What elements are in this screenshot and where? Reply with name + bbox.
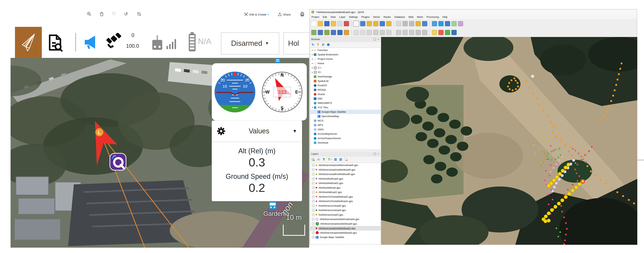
browser-item-wfs[interactable]: WFS <box>310 123 380 127</box>
layer-item-rtkfollow-20zetafieldload2-gps[interactable]: ✓rtkfollow%20zetafieldload2-gps <box>310 195 380 199</box>
filter-expression-icon[interactable] <box>328 158 332 161</box>
toolbar-icon-measure[interactable] <box>452 21 457 26</box>
toolbar-icon-data-source-manager[interactable] <box>311 30 316 35</box>
layer-item-freefielmanunoload5-gps[interactable]: ✓freefielmanunoload5-gps <box>310 204 380 208</box>
browser-item-openstreetmap[interactable]: OpenStreetMap <box>310 114 380 118</box>
toolbar-icon-delete-selected[interactable] <box>386 30 392 35</box>
layer-visibility-checkbox[interactable]: ✓ <box>312 227 315 230</box>
browser-item-project-home[interactable]: ▸⌂Project Home <box>310 57 380 61</box>
toolbar-icon-zoom-to-selection[interactable] <box>386 21 392 26</box>
toolbar-icon-zoom-to-layer[interactable] <box>396 21 401 26</box>
panel-float-icon[interactable] <box>374 38 376 40</box>
browser-collapse-icon[interactable] <box>322 43 325 46</box>
toolbar-icon-copy-features[interactable] <box>402 30 408 35</box>
browser-item-d-[interactable]: ▸D:\ <box>310 70 380 74</box>
menu-edit[interactable]: Edit <box>321 15 328 18</box>
menu-plugins[interactable]: Plugins <box>360 15 371 18</box>
toolbar-icon-new-bookmark[interactable] <box>416 21 421 26</box>
menu-database[interactable]: Database <box>392 15 407 18</box>
panel-close-icon[interactable]: × <box>377 153 380 155</box>
browser-item-geopackage[interactable]: GeoPackage <box>310 74 380 79</box>
toolbar-icon-style-manager[interactable] <box>344 21 349 26</box>
layer-visibility-checkbox[interactable]: ✓ <box>312 222 315 225</box>
toolbar-icon-save-project-as[interactable] <box>331 21 336 26</box>
menu-settings[interactable]: Settings <box>347 15 360 18</box>
tree-expand-icon[interactable]: ▸ <box>311 62 314 65</box>
browser-item-c-[interactable]: ▸C:\ <box>310 65 380 70</box>
delete-icon[interactable] <box>99 11 104 16</box>
crop-icon[interactable] <box>136 11 142 16</box>
gear-icon[interactable] <box>217 127 226 136</box>
layer-visibility-checkbox[interactable]: ✓ <box>312 204 315 207</box>
toolbar-icon-refresh-map[interactable] <box>438 21 444 26</box>
print-icon[interactable] <box>300 11 305 17</box>
browser-item-arcgismapserver[interactable]: ArcGisMapServer <box>310 132 380 136</box>
layer-visibility-checkbox[interactable]: ✓ <box>312 182 315 185</box>
menu-layer[interactable]: Layer <box>338 15 347 18</box>
toolbar-icon-plugin-manager[interactable] <box>438 30 444 35</box>
zoom-icon[interactable] <box>87 11 92 16</box>
browser-refresh-icon[interactable]: ↻ <box>312 43 314 47</box>
menu-raster[interactable]: Raster <box>382 15 392 18</box>
toolbar-icon-add-raster-layer[interactable] <box>344 30 349 35</box>
vehicle-icon[interactable] <box>110 153 126 170</box>
map-center-icon[interactable] <box>275 58 280 63</box>
toolbar-icon-zoom-next[interactable] <box>409 21 414 26</box>
browser-item-geonode[interactable]: GeoNode <box>310 141 380 145</box>
toolbar-icon-pan-to-selection[interactable] <box>360 21 365 26</box>
layer-item-freefielmanuload3-gps[interactable]: ✓freefielmanuload3-gps <box>310 213 380 217</box>
layer-item-rtkfollowfaltload-gps[interactable]: ✓rtkfollowfaltload-gps <box>310 186 380 190</box>
menu-processing[interactable]: Processing <box>425 15 440 18</box>
expand-all-icon[interactable] <box>334 158 337 161</box>
map-themes-icon[interactable] <box>317 158 320 161</box>
toolbar-icon-vertex-tool[interactable] <box>380 30 385 35</box>
layer-visibility-checkbox[interactable]: ✓ <box>312 200 315 203</box>
menu-project[interactable]: Project <box>310 15 321 18</box>
toolbar-icon-zoom-full[interactable] <box>380 21 385 26</box>
toolbar-icon-statistics[interactable] <box>458 21 463 26</box>
remove-layer-icon[interactable] <box>344 158 348 161</box>
layer-item-rtkfollownoloadzetafieldload2-gps[interactable]: ✓rtkfollownoloadzetafieldload2-gps <box>310 226 380 231</box>
qgis-titlebar[interactable]: *rtkfollownoloadzetafieldload3-gps - QGI… <box>310 9 637 15</box>
layer-visibility-checkbox[interactable]: ✓ <box>312 213 315 216</box>
menu-help[interactable]: Help <box>440 15 449 18</box>
battery-icon[interactable] <box>188 32 196 51</box>
browser-item-ows[interactable]: OWS <box>310 127 380 132</box>
layer-item-rtkfollow-20zetafieldload1-gps[interactable]: ✓rtkfollow%20zetafieldload1-gps <box>310 199 380 204</box>
layer-visibility-checkbox[interactable]: ✓ <box>312 218 315 221</box>
values-panel[interactable]: Values ▼ Alt (Rel) (m) 0.3 Ground Speed … <box>212 121 302 201</box>
share-button[interactable]: Share <box>278 12 291 17</box>
layer-item-rtkfollowfieldload3-gps[interactable]: ✓rtkfollowfieldload3-gps <box>310 177 380 181</box>
layer-visibility-checkbox[interactable]: ✓ <box>312 191 315 194</box>
browser-item-google-maps-satellite[interactable]: Google Maps Satellite <box>310 110 380 114</box>
browser-item-db2[interactable]: DB2 <box>310 96 380 101</box>
menu-web[interactable]: Web <box>407 15 416 18</box>
gps-indicator-icon[interactable] <box>105 33 123 51</box>
layer-item-rtkfollownoloadzetafieldload4-gps[interactable]: ✓rtkfollownoloadzetafieldload4-gps <box>310 222 380 226</box>
browser-item-favorites[interactable]: ▸★Favorites <box>310 48 380 52</box>
toolbar-icon-cut-features[interactable] <box>396 30 401 35</box>
filter-legend-icon[interactable] <box>322 158 325 161</box>
panel-close-icon[interactable]: × <box>377 38 380 41</box>
browser-properties-icon[interactable] <box>327 43 330 46</box>
layer-item-rtkfollownoloadfreefieldload5-gps[interactable]: ✓rtkfollownoloadfreefieldload5-gps <box>310 172 380 177</box>
tree-expand-icon[interactable]: ▸ <box>311 71 314 73</box>
browser-item-wms-wmts[interactable]: WMS/WMTS <box>310 101 380 105</box>
toolbar-icon-open-project[interactable] <box>318 21 323 26</box>
toolbar-icon-zoom-last[interactable] <box>402 21 408 26</box>
flight-mode-dropdown[interactable]: Disarmed ▼ <box>221 32 279 54</box>
toolbar-icon-temporal-controller[interactable] <box>432 21 437 26</box>
layer-visibility-checkbox[interactable]: ✓ <box>312 209 315 212</box>
browser-filter-icon[interactable] <box>317 43 320 46</box>
rc-rssi-icon[interactable] <box>151 35 164 51</box>
layer-item-google-maps-satellite[interactable]: ✓Google Maps Satellite <box>310 235 380 240</box>
toolbar-icon-save-edits[interactable] <box>360 30 365 35</box>
menu-view[interactable]: View <box>329 15 338 18</box>
edit-create-button[interactable]: Edit & Create ▾ <box>244 12 269 17</box>
layer-visibility-checkbox[interactable]: ✓ <box>312 164 315 167</box>
toolbar-icon-zoom-in[interactable] <box>367 21 372 26</box>
qgis-map-canvas[interactable] <box>381 37 637 245</box>
layer-item-rtkfollownoloadzetafielnodload4-gps[interactable]: ✓rtkfollownoloadzetafielnodload4-gps <box>310 217 380 222</box>
toolbar-icon-new-virtual-layer[interactable] <box>331 30 336 35</box>
qgc-logo-button[interactable] <box>15 27 42 58</box>
